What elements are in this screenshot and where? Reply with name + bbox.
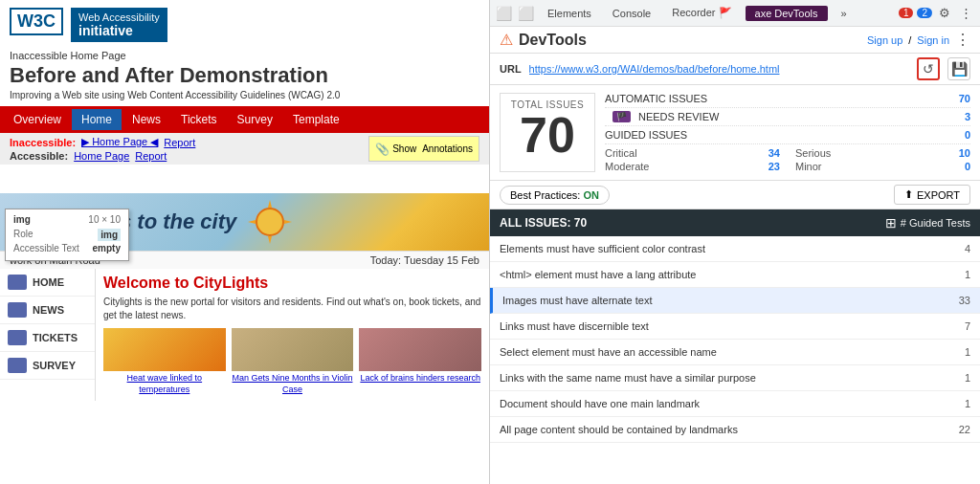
axe-logo-icon: ⚠ [500,31,513,49]
devtools-more-icon[interactable]: ⋮ [955,31,970,49]
issue-count-1: 1 [965,269,970,280]
left-sidebar: HOME NEWS TICKETS SURVEY [0,269,96,401]
devtools-header-right: Sign up / Sign in ⋮ [867,31,970,49]
news-item-3[interactable]: Lack of brains hinders research [359,328,481,395]
minor-value[interactable]: 0 [965,161,970,172]
role-value: img [98,229,121,241]
serious-label: Serious [795,147,831,159]
issue-count-7: 22 [959,424,970,435]
issue-item-6[interactable]: Document should have one main landmark 1 [490,391,980,417]
issue-text-4: Select element must have an accessible n… [500,346,717,358]
tooltip-accessible-text-row: Accessible Text empty [13,243,121,253]
page-desc: Improving a Web site using Web Content A… [0,90,489,106]
total-issues-box: TOTAL ISSUES 70 [500,93,595,172]
guided-issues-value[interactable]: 0 [965,129,970,141]
issue-item-0[interactable]: Elements must have sufficient color cont… [490,236,980,262]
sidebar-item-tickets[interactable]: TICKETS [0,324,95,352]
issue-item-1[interactable]: <html> element must have a lang attribut… [490,262,980,288]
needs-review-value[interactable]: 3 [965,111,970,122]
tab-elements[interactable]: Elements [540,6,599,21]
reload-icon-button[interactable]: ↺ [917,57,940,80]
export-button[interactable]: ⬆ EXPORT [894,185,970,205]
road-notice-right: Today: Tuesday 15 Feb [370,254,479,266]
automatic-issues-label: AUTOMATIC ISSUES [605,93,707,104]
welcome-title: Welcome to CityLights [103,275,481,292]
w3c-logo: W3C [10,8,63,35]
moderate-label: Moderate [605,161,649,172]
export-label: EXPORT [917,189,960,201]
best-practices-button[interactable]: Best Practices: ON [500,186,610,205]
issue-item-2[interactable]: Images must have alternate text 33 [490,288,980,314]
breadcrumb-row-inaccessible: Inaccessible: ▶ Home Page ◀ Report [10,136,349,148]
news-item-2[interactable]: Man Gets Nine Months in Violin Case [232,328,354,395]
needs-review-badge: 🏴 [612,111,631,122]
survey-sidebar-icon [8,358,27,373]
w3c-title-block: Web Accessibility initiative [71,8,167,42]
w3c-initiative: initiative [78,23,160,38]
breadcrumb-row-accessible: Accessible: Home Page Report [10,150,349,162]
issue-item-7[interactable]: All page content should be contained by … [490,417,980,443]
nav-item-overview[interactable]: Overview [4,109,71,130]
issue-item-5[interactable]: Links with the same name must have a sim… [490,365,980,391]
issues-details: AUTOMATIC ISSUES 70 🏴 NEEDS REVIEW 3 GUI… [605,93,970,172]
save-icon-button[interactable]: 💾 [947,57,970,80]
annotations-label: Annotations [422,143,473,154]
chrome-bar: ⬜ ⬜ Elements Console Recorder 🚩 axe DevT… [490,0,980,27]
report-link-2[interactable]: Report [135,150,167,162]
more-options-icon[interactable]: ⋮ [957,5,974,22]
accessible-home-link[interactable]: Home Page [74,150,129,162]
automatic-issues-row: AUTOMATIC ISSUES 70 [605,93,970,108]
nav-item-news[interactable]: News [122,109,170,130]
accessible-text-value: empty [93,243,121,253]
tab-more[interactable]: » [834,6,855,21]
severity-grid: Critical 34 Serious 10 Moderate 23 Minor… [605,147,970,172]
critical-value[interactable]: 34 [768,147,780,159]
tab-axe-devtools[interactable]: axe DevTools [746,6,828,21]
nav-item-survey[interactable]: Survey [228,109,282,130]
issue-text-3: Links must have discernible text [500,320,649,332]
critical-item: Critical 34 [605,147,780,159]
serious-item: Serious 10 [795,147,970,159]
sign-in-link[interactable]: Sign in [917,34,949,46]
sign-up-link[interactable]: Sign up [867,34,902,46]
tab-recorder[interactable]: Recorder 🚩 [664,5,739,21]
all-issues-header: ALL ISSUES: 70 ⊞ # Guided Tests [490,209,980,236]
sidebar-item-news[interactable]: NEWS [0,297,95,324]
tooltip-role-row: Role img [13,229,121,241]
serious-value[interactable]: 10 [959,147,970,159]
issue-item-3[interactable]: Links must have discernible text 7 [490,314,980,340]
guided-issues-row: GUIDED ISSUES 0 [605,129,970,144]
issue-count-6: 1 [965,398,970,409]
all-issues-label: ALL ISSUES: [500,216,570,230]
welcome-text: Citylights is the new portal for visitor… [103,296,481,322]
issue-item-4[interactable]: Select element must have an accessible n… [490,340,980,365]
sidebar-label-news: NEWS [33,304,64,316]
settings-icon[interactable]: ⚙ [936,5,953,22]
needs-review-row: 🏴 NEEDS REVIEW 3 [605,111,970,126]
issue-count-2: 33 [959,295,970,306]
best-practices-label: Best Practices: [510,189,580,201]
issue-text-1: <html> element must have a lang attribut… [500,269,696,280]
inaccessible-home-link[interactable]: ▶ Home Page ◀ [81,136,158,148]
sidebar-item-survey[interactable]: SURVEY [0,352,95,380]
chrome-icons: 1 2 ⚙ ⋮ [899,5,974,22]
nav-item-template[interactable]: Template [283,109,349,130]
url-value[interactable]: https://www.w3.org/WAI/demos/bad/before/… [529,63,909,75]
issue-count-4: 1 [965,346,970,358]
nav-item-tickets[interactable]: Tickets [171,109,227,130]
show-annotations-button[interactable]: 📎 Show Annotations [368,136,479,162]
nav-item-home[interactable]: Home [72,109,122,130]
news-item-1[interactable]: Heat wave linked to temperatures [103,328,226,395]
export-icon: ⬆ [904,188,913,201]
automatic-issues-value[interactable]: 70 [959,93,970,104]
tooltip-element: img [13,214,31,225]
w3c-header: W3C Web Accessibility initiative [0,0,489,50]
guided-tests-button[interactable]: ⊞ # Guided Tests [885,215,970,231]
chrome-icon-1: ⬜ [496,6,512,21]
news-sidebar-icon [8,302,27,318]
tab-console[interactable]: Console [605,6,658,21]
minor-label: Minor [795,161,822,172]
sidebar-item-home[interactable]: HOME [0,269,95,297]
report-link-1[interactable]: Report [164,137,195,148]
moderate-value[interactable]: 23 [768,161,780,172]
